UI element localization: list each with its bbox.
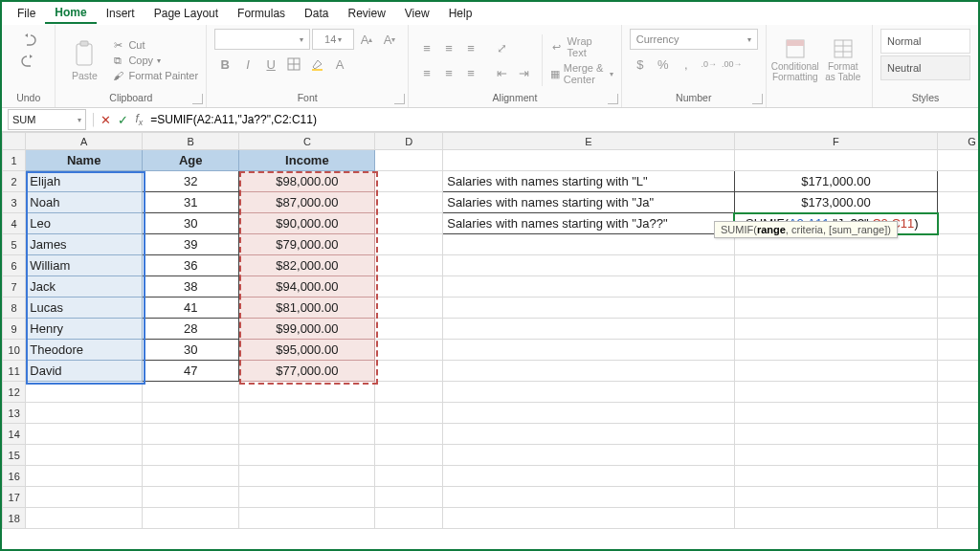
cell-A9[interactable]: Henry (26, 319, 143, 340)
cell-D1[interactable] (375, 150, 443, 171)
cell-B15[interactable] (143, 445, 239, 466)
row-header-8[interactable]: 8 (3, 298, 26, 319)
cell-A8[interactable]: Lucas (26, 298, 143, 319)
cell-D2[interactable] (375, 171, 443, 192)
increase-indent-button[interactable]: ⇥ (513, 62, 534, 83)
cell-B2[interactable]: 32 (143, 171, 239, 192)
cell-G6[interactable] (938, 255, 978, 276)
cell-D14[interactable] (375, 424, 443, 445)
menu-insert[interactable]: Insert (97, 4, 145, 23)
cell-D4[interactable] (375, 213, 443, 234)
cell-G5[interactable] (938, 234, 978, 255)
cell-E18[interactable] (443, 508, 734, 529)
row-header-18[interactable]: 18 (3, 508, 26, 529)
cell-C9[interactable]: $99,000.00 (239, 319, 375, 340)
cell-F13[interactable] (734, 403, 938, 424)
cell-G4[interactable] (938, 213, 978, 234)
paste-button[interactable]: Paste (63, 33, 105, 88)
col-header-E[interactable]: E (443, 133, 734, 150)
cell-D11[interactable] (375, 361, 443, 382)
cell-C6[interactable]: $82,000.00 (239, 255, 375, 276)
row-header-6[interactable]: 6 (3, 255, 26, 276)
menu-review[interactable]: Review (338, 4, 394, 23)
menu-formulas[interactable]: Formulas (228, 4, 295, 23)
cell-E17[interactable] (443, 487, 734, 508)
cell-F2[interactable]: $171,000.00 (734, 171, 938, 192)
cell-D8[interactable] (375, 298, 443, 319)
menu-page-layout[interactable]: Page Layout (145, 4, 228, 23)
align-right-button[interactable]: ≡ (460, 62, 481, 83)
cell-D17[interactable] (375, 487, 443, 508)
cell-C7[interactable]: $94,000.00 (239, 276, 375, 298)
font-color-button[interactable]: A (329, 54, 350, 75)
cell-C5[interactable]: $79,000.00 (239, 234, 375, 255)
number-dialog-launcher[interactable] (752, 94, 763, 104)
cell-E3[interactable]: Salaries with names starting with "Ja" (443, 192, 734, 213)
cell-G2[interactable] (938, 171, 978, 192)
row-header-3[interactable]: 3 (3, 192, 26, 213)
cell-G13[interactable] (938, 403, 978, 424)
border-button[interactable] (283, 54, 304, 75)
cell-D5[interactable] (375, 234, 443, 255)
cell-G10[interactable] (938, 340, 978, 361)
cell-A1[interactable]: Name (26, 150, 143, 171)
cell-F10[interactable] (734, 340, 938, 361)
cell-D16[interactable] (375, 466, 443, 487)
cell-B16[interactable] (143, 466, 239, 487)
cell-C1[interactable]: Income (239, 150, 375, 171)
cell-E6[interactable] (443, 255, 734, 276)
cell-A12[interactable] (26, 382, 143, 403)
menu-help[interactable]: Help (439, 4, 482, 23)
clipboard-dialog-launcher[interactable] (192, 94, 203, 104)
row-header-2[interactable]: 2 (3, 171, 26, 192)
cell-G17[interactable] (938, 487, 978, 508)
cell-C14[interactable] (239, 424, 375, 445)
cell-C4[interactable]: $90,000.00 (239, 213, 375, 234)
row-header-9[interactable]: 9 (3, 319, 26, 340)
cancel-formula-button[interactable]: ✕ (98, 113, 115, 127)
cell-C11[interactable]: $77,000.00 (239, 361, 375, 382)
cell-E14[interactable] (443, 424, 734, 445)
cell-E1[interactable] (443, 150, 734, 171)
cell-B10[interactable]: 30 (143, 340, 239, 361)
cell-F7[interactable] (734, 276, 938, 298)
format-as-table-button[interactable]: Format as Table (822, 33, 864, 88)
cell-G1[interactable] (938, 150, 978, 171)
col-header-C[interactable]: C (239, 133, 375, 150)
cell-E15[interactable] (443, 445, 734, 466)
cell-G11[interactable] (938, 361, 978, 382)
row-header-16[interactable]: 16 (3, 466, 26, 487)
cell-C16[interactable] (239, 466, 375, 487)
font-family-select[interactable]: ▾ (214, 29, 310, 50)
menu-file[interactable]: File (8, 4, 45, 23)
cell-G9[interactable] (938, 319, 978, 340)
cell-G18[interactable] (938, 508, 978, 529)
cell-A5[interactable]: James (26, 234, 143, 255)
cell-C13[interactable] (239, 403, 375, 424)
col-header-B[interactable]: B (143, 133, 239, 150)
cell-B11[interactable]: 47 (143, 361, 239, 382)
cell-D9[interactable] (375, 319, 443, 340)
wrap-text-button[interactable]: ↩Wrap Text (550, 35, 613, 58)
row-header-10[interactable]: 10 (3, 340, 26, 361)
cell-B7[interactable]: 38 (143, 276, 239, 298)
accounting-format-button[interactable]: $ (630, 54, 651, 75)
bold-button[interactable]: B (214, 54, 235, 75)
cell-D7[interactable] (375, 276, 443, 298)
cell-E16[interactable] (443, 466, 734, 487)
col-header-A[interactable]: A (26, 133, 143, 150)
row-header-11[interactable]: 11 (3, 361, 26, 382)
row-header-5[interactable]: 5 (3, 234, 26, 255)
cell-B8[interactable]: 41 (143, 298, 239, 319)
name-box[interactable]: SUM▾ (8, 109, 86, 130)
copy-button[interactable]: ⧉Copy▾ (111, 54, 198, 67)
cell-B1[interactable]: Age (143, 150, 239, 171)
percent-format-button[interactable]: % (653, 54, 674, 75)
cell-F18[interactable] (734, 508, 938, 529)
align-left-button[interactable]: ≡ (416, 62, 437, 83)
row-header-1[interactable]: 1 (3, 150, 26, 171)
align-middle-button[interactable]: ≡ (438, 37, 459, 58)
cell-F14[interactable] (734, 424, 938, 445)
cell-G3[interactable] (938, 192, 978, 213)
cell-E4[interactable]: Salaries with names starting with "Ja??" (443, 213, 734, 234)
